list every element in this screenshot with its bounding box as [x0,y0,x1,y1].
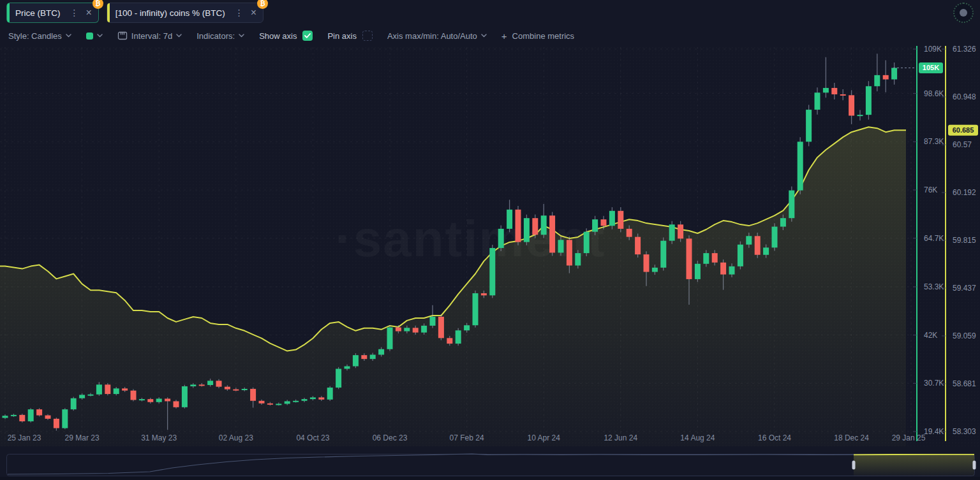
show-axis-toggle[interactable]: Show axis [259,31,313,41]
candle [45,416,51,419]
candle [618,211,623,229]
metric-tab-price[interactable]: Price (BTC) ⋮ × ₿ [6,3,99,23]
metric-tick-label: 59.437 [953,284,976,293]
metric-color-dropdown[interactable] [86,33,103,40]
candle [310,397,316,399]
candle [156,398,162,402]
minimap-handle-right[interactable] [973,461,976,470]
pin-axis-label: Pin axis [327,31,357,41]
candle [122,388,128,390]
candle [165,398,170,401]
style-label: Style: Candles [8,31,62,41]
candle [678,224,683,238]
chart-area: ·santiment109K98.6K87.3K76K64.7K53.3K42K… [0,46,980,446]
candle [387,328,393,349]
price-tick-label: 87.3K [924,137,944,146]
btc-badge: ₿ [257,0,268,9]
chevron-down-icon [239,34,244,38]
plus-icon: + [501,31,507,41]
candle [413,328,419,332]
candle [609,211,615,226]
candle [114,388,119,394]
candle [891,68,897,79]
candle [755,236,761,254]
combine-metrics-button[interactable]: + Combine metrics [501,31,574,41]
candle [378,349,384,355]
x-axis-labels: 25 Jan 2329 Mar 2331 May 2302 Aug 2304 O… [8,433,926,442]
candle [267,404,273,405]
candle [327,388,333,400]
x-tick-label: 04 Oct 23 [296,433,329,442]
tab-close-icon[interactable]: × [251,8,256,18]
candle [233,389,239,391]
x-tick-label: 29 Mar 23 [65,433,100,442]
candle [199,384,205,386]
candle [79,395,85,398]
candle [772,227,778,248]
indicators-dropdown[interactable]: Indicators: [197,31,244,41]
candle [62,409,68,428]
candle [831,88,837,94]
candle [447,338,452,344]
candle [507,210,512,229]
candle [627,229,632,237]
candle [11,415,17,416]
candle [481,293,487,295]
candle [601,219,607,226]
candle [396,328,401,331]
candle [259,401,265,404]
x-tick-label: 14 Aug 24 [680,433,715,442]
settings-dot-icon [960,9,967,17]
indicators-label: Indicators: [197,31,235,41]
metric-color-swatch [86,33,93,40]
candle [635,237,641,254]
x-tick-label: 31 May 23 [141,433,177,442]
axis-maxmin-dropdown[interactable]: Axis max/min: Auto/Auto [387,31,487,41]
minimap-handle-left[interactable] [852,461,856,470]
candle [250,389,256,401]
x-tick-label: 25 Jan 23 [8,433,41,442]
candle [712,253,718,263]
minimap-background [0,446,980,480]
metric-tab-coins-percent[interactable]: [100 - infinity) coins % (BTC) ⋮ × ₿ [107,3,264,23]
candle [147,399,153,402]
candle [703,253,709,264]
chart-settings-button[interactable] [953,3,974,23]
minimap-scrollbar[interactable] [0,446,980,480]
candle [669,224,675,240]
candle [516,210,521,242]
price-tick-label: 53.3K [924,282,944,291]
price-current-badge: 105K [919,62,943,73]
minimap-selection[interactable] [854,455,974,476]
price-tick-label: 42K [924,331,937,340]
candle [242,389,248,390]
candle [738,245,743,266]
bottom-strip [0,477,980,480]
tab-close-icon[interactable]: × [86,8,92,18]
metric-tabs-bar: Price (BTC) ⋮ × ₿ [100 - infinity) coins… [0,0,980,25]
metric-tab-label: [100 - infinity) coins % (BTC) [115,8,225,18]
pin-axis-toggle[interactable]: Pin axis [327,31,373,41]
candle [370,354,376,359]
interval-dropdown[interactable]: Interval: 7d [117,31,182,41]
candle [660,241,666,268]
candle [302,399,308,401]
candle [763,247,769,254]
candle [798,142,803,190]
x-tick-label: 16 Oct 24 [758,433,791,442]
candle [36,409,42,415]
metric-tick-label: 60.57 [953,140,972,149]
style-dropdown[interactable]: Style: Candles [8,31,71,41]
check-icon [304,33,311,38]
price-chart-canvas[interactable]: ·santiment109K98.6K87.3K76K64.7K53.3K42K… [0,46,980,446]
tab-menu-icon[interactable]: ⋮ [233,8,246,18]
candle [789,191,794,219]
tab-menu-icon[interactable]: ⋮ [68,8,81,18]
price-tick-label: 98.6K [924,89,944,98]
svg-text:105K: 105K [923,64,939,71]
candle [849,95,854,115]
candle [285,401,290,404]
candle [361,355,367,359]
show-axis-checkbox[interactable] [302,31,313,41]
pin-axis-checkbox[interactable] [362,31,373,41]
